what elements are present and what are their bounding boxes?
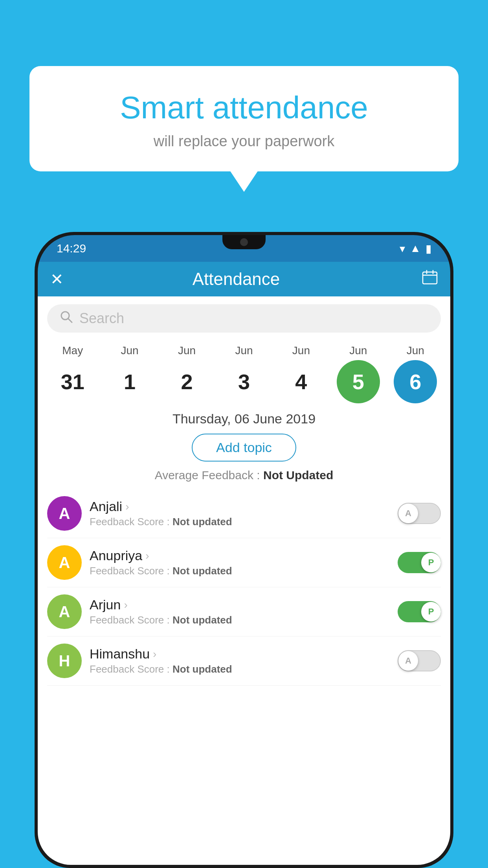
attendance-toggle-3[interactable]: A	[398, 650, 441, 671]
student-name-1: Anupriya ›	[90, 548, 390, 563]
selected-date: Thursday, 06 June 2019	[38, 411, 450, 427]
student-name-2: Arjun ›	[90, 597, 390, 612]
phone-frame: 14:29 ▾ ▲ ▮ ✕ Attendance	[35, 232, 453, 868]
student-feedback-0: Feedback Score : Not updated	[90, 516, 390, 528]
student-item-0[interactable]: AAnjali ›Feedback Score : Not updatedA	[47, 489, 441, 538]
student-feedback-3: Feedback Score : Not updated	[90, 663, 390, 675]
cal-month-4: Jun	[273, 344, 328, 357]
calendar-icon[interactable]	[422, 270, 438, 289]
camera	[240, 238, 248, 246]
cal-month-3: Jun	[216, 344, 272, 357]
student-feedback-1: Feedback Score : Not updated	[90, 565, 390, 577]
cal-month-5: Jun	[331, 344, 386, 357]
student-name-3: Himanshu ›	[90, 646, 390, 662]
notch	[222, 235, 266, 249]
cal-day-3[interactable]: 3	[222, 360, 266, 403]
svg-rect-0	[423, 272, 437, 284]
calendar-col-2[interactable]: Jun2	[160, 344, 215, 403]
cal-day-1[interactable]: 1	[108, 360, 151, 403]
header-title: Attendance	[50, 269, 422, 289]
calendar-col-5[interactable]: Jun5	[331, 344, 386, 403]
battery-icon: ▮	[426, 242, 431, 255]
toggle-knob-1: P	[421, 553, 441, 572]
search-icon	[60, 310, 73, 327]
calendar-months: May31Jun1Jun2Jun3Jun4Jun5Jun6	[38, 344, 450, 403]
bubble-title: Smart attendance	[53, 90, 435, 126]
student-item-3[interactable]: HHimanshu ›Feedback Score : Not updatedA	[47, 636, 441, 686]
app-header: ✕ Attendance	[38, 262, 450, 296]
calendar-col-1[interactable]: Jun1	[102, 344, 157, 403]
toggle-knob-2: P	[421, 602, 441, 622]
student-item-2[interactable]: AArjun ›Feedback Score : Not updatedP	[47, 587, 441, 636]
student-avatar-1: A	[47, 545, 82, 580]
cal-day-5[interactable]: 5	[337, 360, 380, 403]
cal-month-0: May	[45, 344, 100, 357]
student-avatar-2: A	[47, 594, 82, 629]
calendar-col-3[interactable]: Jun3	[216, 344, 272, 403]
chevron-icon: ›	[145, 550, 149, 562]
svg-line-5	[68, 318, 72, 322]
chevron-icon: ›	[124, 599, 127, 611]
search-placeholder: Search	[79, 310, 124, 327]
student-info-2: Arjun ›Feedback Score : Not updated	[90, 597, 390, 626]
avg-feedback-label: Average Feedback :	[155, 469, 263, 482]
student-info-3: Himanshu ›Feedback Score : Not updated	[90, 646, 390, 675]
calendar-col-0[interactable]: May31	[45, 344, 100, 403]
screen-content: Search May31Jun1Jun2Jun3Jun4Jun5Jun6 Thu…	[38, 296, 450, 865]
student-name-0: Anjali ›	[90, 499, 390, 514]
student-feedback-2: Feedback Score : Not updated	[90, 614, 390, 626]
calendar-col-4[interactable]: Jun4	[273, 344, 328, 403]
calendar-row: May31Jun1Jun2Jun3Jun4Jun5Jun6	[38, 337, 450, 403]
student-avatar-3: H	[47, 644, 82, 678]
cal-month-2: Jun	[160, 344, 215, 357]
cal-day-6[interactable]: 6	[394, 360, 437, 403]
status-icons: ▾ ▲ ▮	[400, 242, 431, 255]
calendar-col-6[interactable]: Jun6	[388, 344, 443, 403]
cal-day-4[interactable]: 4	[279, 360, 323, 403]
student-avatar-0: A	[47, 496, 82, 531]
avg-feedback: Average Feedback : Not Updated	[38, 469, 450, 482]
toggle-knob-0: A	[398, 504, 418, 523]
status-bar: 14:29 ▾ ▲ ▮	[38, 235, 450, 262]
bubble-subtitle: will replace your paperwork	[53, 133, 435, 150]
status-time: 14:29	[57, 242, 86, 255]
cal-day-2[interactable]: 2	[165, 360, 209, 403]
attendance-toggle-1[interactable]: P	[398, 552, 441, 573]
student-item-1[interactable]: AAnupriya ›Feedback Score : Not updatedP	[47, 538, 441, 587]
wifi-icon: ▾	[400, 242, 405, 255]
chevron-icon: ›	[125, 500, 129, 513]
cal-month-1: Jun	[102, 344, 157, 357]
attendance-toggle-2[interactable]: P	[398, 601, 441, 622]
phone-screen: 14:29 ▾ ▲ ▮ ✕ Attendance	[38, 235, 450, 865]
attendance-toggle-0[interactable]: A	[398, 503, 441, 524]
speech-bubble: Smart attendance will replace your paper…	[29, 66, 459, 171]
signal-icon: ▲	[410, 242, 421, 255]
student-info-1: Anupriya ›Feedback Score : Not updated	[90, 548, 390, 577]
chevron-icon: ›	[153, 648, 156, 660]
add-topic-button[interactable]: Add topic	[192, 434, 296, 462]
student-info-0: Anjali ›Feedback Score : Not updated	[90, 499, 390, 528]
toggle-knob-3: A	[398, 651, 418, 671]
search-bar[interactable]: Search	[47, 304, 441, 333]
cal-month-6: Jun	[388, 344, 443, 357]
student-list: AAnjali ›Feedback Score : Not updatedAAA…	[38, 489, 450, 686]
cal-day-0[interactable]: 31	[51, 360, 94, 403]
avg-feedback-value: Not Updated	[263, 469, 333, 482]
